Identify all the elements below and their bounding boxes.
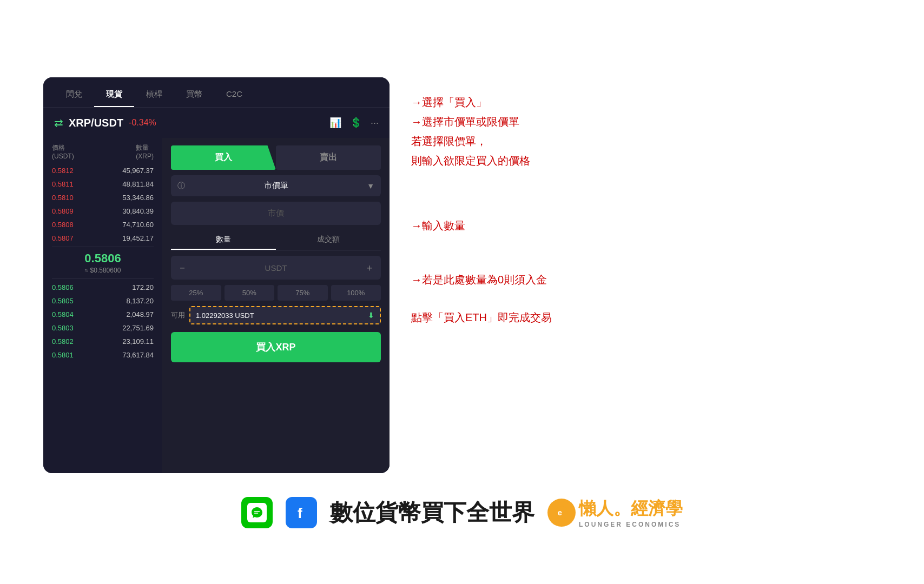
header-icons: 📊 💲 ··· [329,117,379,129]
download-icon[interactable]: ⬇ [368,311,374,320]
page-wrapper: 閃兌 現貨 槓桿 買幣 C2C ⇄ XRP/USDT -0.34% 📊 💲 ··… [0,0,924,584]
qty-col-label: 數量 [136,143,154,152]
table-row: 0.5808 74,710.60 [52,220,154,230]
available-row: 可用 1.02292033 USDT ⬇ [171,306,381,324]
annotation-line-4: 則輸入欲限定買入的價格 [411,152,881,169]
annotation-group-3: →若是此處數量為0則須入金 [411,271,881,288]
qty-col-sub: (XRP) [136,152,154,160]
annotation-line-5: →輸入數量 [411,217,881,234]
trading-body: 價格 (USDT) 數量 (XRP) 0.5812 45,967.37 [43,138,390,473]
order-book: 價格 (USDT) 數量 (XRP) 0.5812 45,967.37 [43,138,162,473]
annotation-line-2: →選擇市價單或限價單 [411,113,881,130]
table-row: 0.5801 73,617.84 [52,350,154,360]
table-row: 0.5811 48,811.84 [52,179,154,189]
line-icon [241,497,273,528]
table-row: 0.5812 45,967.37 [52,165,154,176]
price-col-label: 價格 [52,143,74,152]
svg-text:f: f [298,505,302,521]
annotation-group-4: 點擊「買入ETH」即完成交易 [411,309,881,326]
chart-icon[interactable]: 📊 [329,117,341,129]
table-row: 0.5802 23,109.11 [52,336,154,347]
current-price-row: 0.5806 ≈ $0.580600 [52,247,154,279]
annotation-line-1: →選擇「買入」 [411,94,881,111]
tab-flash[interactable]: 閃兌 [54,85,94,107]
order-type-info-icon: ⓘ [177,181,185,191]
lounger-circle-icon: e [547,499,576,527]
lounger-logo: e 懶人。經濟學 LOUNGER ECONOMICS [547,497,683,528]
order-type-row[interactable]: ⓘ 市價單 ▼ [171,175,381,196]
wallet-icon[interactable]: 💲 [350,117,362,129]
trade-panel: 買入 賣出 ⓘ 市價單 ▼ 市價 數量 [162,138,390,473]
usdt-plus-button[interactable]: ＋ [365,261,374,274]
more-icon[interactable]: ··· [371,117,379,129]
pair-swap-icon: ⇄ [54,116,63,129]
facebook-icon: f [286,497,317,528]
pct-50-button[interactable]: 50% [225,285,275,301]
usdt-label: USDT [192,263,360,273]
usdt-input-row: － USDT ＋ [171,256,381,280]
annotation-group-1: →選擇「買入」 →選擇市價單或限價單 若選擇限價單， 則輸入欲限定買入的價格 [411,94,881,169]
order-type-label: 市價單 [189,181,362,191]
available-amount: 1.02292033 USDT [196,311,254,320]
trading-panel: 閃兌 現貨 槓桿 買幣 C2C ⇄ XRP/USDT -0.34% 📊 💲 ··… [43,77,390,473]
annotation-line-3: 若選擇限價單， [411,132,881,150]
order-type-dropdown-icon: ▼ [367,182,374,190]
usdt-minus-button[interactable]: － [177,261,187,274]
price-col-sub: (USDT) [52,152,74,160]
buy-sell-tabs: 買入 賣出 [171,145,381,170]
lounger-sub-text: LOUNGER ECONOMICS [579,521,681,528]
table-row: 0.5810 53,346.86 [52,193,154,203]
pct-75-button[interactable]: 75% [278,285,328,301]
pct-25-button[interactable]: 25% [171,285,221,301]
nav-tabs: 閃兌 現貨 槓桿 買幣 C2C [43,77,390,108]
tab-c2c[interactable]: C2C [214,85,254,107]
table-row: 0.5804 2,048.97 [52,309,154,320]
table-row: 0.5805 8,137.20 [52,296,154,306]
current-price-usd: ≈ $0.580600 [52,267,154,274]
pair-change: -0.34% [129,118,156,128]
price-input[interactable]: 市價 [171,202,381,225]
qty-amount-tabs: 數量 成交額 [171,230,381,250]
trading-header: ⇄ XRP/USDT -0.34% 📊 💲 ··· [43,108,390,138]
current-price: 0.5806 [52,251,154,266]
table-row: 0.5807 19,452.17 [52,233,154,243]
amount-tab[interactable]: 成交額 [276,230,381,250]
percent-row: 25% 50% 75% 100% [171,285,381,301]
orderbook-header: 價格 (USDT) 數量 (XRP) [52,143,154,160]
footer-main-text: 數位貨幣買下全世界 [330,497,534,528]
tab-buy[interactable]: 買幣 [174,85,214,107]
annotations: →選擇「買入」 →選擇市價單或限價單 若選擇限價單， 則輸入欲限定買入的價格 →… [411,77,881,326]
content-area: 閃兌 現貨 槓桿 買幣 C2C ⇄ XRP/USDT -0.34% 📊 💲 ··… [0,56,924,484]
svg-text:e: e [558,508,562,517]
pair-info: ⇄ XRP/USDT -0.34% [54,116,156,129]
available-amount-box: 1.02292033 USDT ⬇ [189,306,381,324]
table-row: 0.5809 30,840.39 [52,206,154,216]
buy-tab[interactable]: 買入 [171,145,276,170]
qty-tab[interactable]: 數量 [171,230,276,250]
annotation-group-2: →輸入數量 [411,217,881,234]
tab-spot[interactable]: 現貨 [94,85,134,107]
table-row: 0.5806 172.20 [52,282,154,293]
lounger-text-block: 懶人。經濟學 LOUNGER ECONOMICS [579,497,683,528]
price-placeholder: 市價 [268,208,284,217]
tab-margin[interactable]: 槓桿 [134,85,174,107]
table-row: 0.5803 22,751.69 [52,323,154,333]
lounger-main-text: 懶人。經濟學 [579,497,683,521]
sell-tab[interactable]: 賣出 [276,145,381,170]
footer-area: f 數位貨幣買下全世界 e 懶人。經濟學 LOUNGER ECONOMICS [0,484,924,528]
buy-xrp-button[interactable]: 買入XRP [171,332,381,362]
annotation-line-6: →若是此處數量為0則須入金 [411,271,881,288]
pct-100-button[interactable]: 100% [331,285,381,301]
annotation-line-7: 點擊「買入ETH」即完成交易 [411,309,881,326]
pair-name: XRP/USDT [69,117,123,129]
available-label: 可用 [171,310,185,320]
